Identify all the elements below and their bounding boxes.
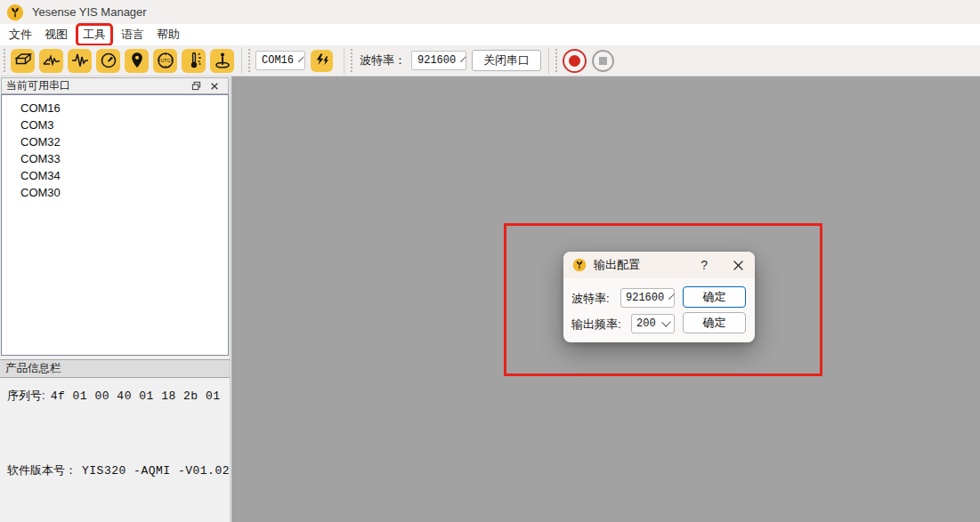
menu-language[interactable]: 语言 (121, 25, 144, 44)
list-item[interactable]: COM30 (2, 184, 228, 201)
software-version-label: 软件版本号： (7, 462, 77, 478)
baud-rate-label: 波特率： (360, 52, 406, 68)
toolbar-grip[interactable] (248, 49, 250, 72)
app-window: Yesense YIS Manager 文件 视图 工具 语言 帮助 (0, 0, 980, 522)
output-config-dialog: 输出配置 ? 波特率: 921600 确定 输出频率: 200 确定 (563, 252, 755, 342)
port-select-value: COM16 (262, 54, 294, 67)
toolbar-grip[interactable] (4, 49, 5, 72)
utc-clock-icon: UTC (155, 50, 176, 71)
chevron-down-icon (461, 56, 466, 61)
stop-icon (599, 57, 607, 65)
chevron-down-icon (298, 56, 304, 61)
list-item[interactable]: COM16 (2, 100, 228, 116)
float-panel-button[interactable] (191, 81, 201, 91)
window-title: Yesense YIS Manager (32, 5, 147, 19)
tool-gauge-button[interactable] (96, 49, 120, 73)
dialog-baud-ok-button[interactable]: 确定 (683, 286, 746, 308)
menu-view[interactable]: 视图 (45, 25, 68, 44)
toolbar-grip[interactable] (555, 49, 557, 72)
toolbar-separator (241, 47, 242, 74)
baud-rate-select[interactable]: 921600 (411, 51, 466, 70)
baud-rate-value: 921600 (417, 54, 456, 67)
product-info-header: 产品信息栏 (0, 359, 230, 378)
svg-text:UTC: UTC (160, 58, 170, 63)
dialog-freq-label: 输出频率: (571, 317, 621, 333)
tool-attitude-wave-button[interactable] (39, 49, 63, 73)
gauge-icon (98, 50, 119, 71)
list-item[interactable]: COM34 (2, 167, 228, 184)
dialog-baud-label: 波特率: (571, 291, 610, 307)
dialog-baud-select[interactable]: 921600 (620, 288, 675, 308)
dock-title: 当前可用串口 (2, 78, 191, 93)
serial-number-label: 序列号: (7, 388, 45, 404)
dialog-titlebar: 输出配置 ? (563, 252, 755, 278)
com-port-list[interactable]: COM16 COM3 COM32 COM33 COM34 COM30 (1, 94, 229, 356)
menu-tools[interactable]: 工具 (76, 23, 113, 46)
close-icon (210, 82, 219, 91)
double-lightning-icon (313, 52, 331, 69)
dialog-help-button[interactable]: ? (697, 258, 711, 272)
tool-level-button[interactable] (210, 49, 234, 73)
port-select[interactable]: COM16 (255, 51, 305, 70)
chevron-down-icon (669, 293, 675, 299)
yesense-logo-icon (572, 258, 587, 272)
toolbar-separator (548, 47, 549, 74)
dialog-freq-ok-button[interactable]: 确定 (683, 312, 746, 333)
record-icon (569, 55, 580, 67)
yesense-logo-icon (6, 4, 24, 21)
list-item[interactable]: COM33 (2, 150, 228, 167)
dialog-freq-select[interactable]: 200 (631, 314, 675, 333)
close-serial-port-button[interactable]: 关闭串口 (472, 50, 541, 71)
serial-number-value: 4f 01 00 40 01 18 2b 01 (51, 389, 221, 403)
float-window-icon (191, 81, 201, 91)
titlebar: Yesense YIS Manager (0, 0, 980, 24)
serial-number-line: 序列号: 4f 01 00 40 01 18 2b 01 (7, 388, 230, 404)
toolbar: UTC COM16 (0, 45, 980, 76)
toolbar-grip[interactable] (351, 49, 352, 72)
tool-thermometer-button[interactable] (182, 49, 206, 73)
toolbar-separator (344, 47, 344, 74)
close-icon (733, 260, 744, 271)
menubar: 文件 视图 工具 语言 帮助 (0, 24, 980, 45)
attitude-wave-icon (41, 50, 62, 71)
close-panel-button[interactable] (210, 82, 219, 91)
dialog-freq-value: 200 (636, 317, 656, 330)
record-button[interactable] (563, 49, 587, 73)
menu-help[interactable]: 帮助 (157, 25, 180, 44)
serial-port-dock: 当前可用串口 COM16 COM3 COM32 COM33 COM34 COM3… (0, 77, 231, 522)
software-version-line: 软件版本号： YIS320 -AQMI -V01.02.03; (7, 462, 230, 478)
tool-pulse-wave-button[interactable] (68, 49, 92, 73)
menu-file[interactable]: 文件 (9, 25, 32, 44)
cube-3d-icon (12, 50, 34, 71)
stop-button[interactable] (592, 50, 614, 72)
dialog-baud-value: 921600 (626, 292, 664, 304)
list-item[interactable]: COM3 (2, 116, 228, 133)
pulse-wave-icon (69, 50, 91, 71)
dock-header: 当前可用串口 (1, 77, 229, 94)
product-info-title: 产品信息栏 (0, 361, 61, 376)
dialog-close-button[interactable] (731, 260, 746, 271)
dialog-title: 输出配置 (594, 257, 697, 273)
tool-utc-clock-button[interactable]: UTC (153, 49, 177, 73)
thermometer-icon (183, 50, 205, 71)
tool-location-button[interactable] (125, 49, 149, 73)
chevron-down-icon (661, 317, 671, 327)
list-item[interactable]: COM32 (2, 133, 228, 150)
location-pin-icon (126, 50, 148, 71)
tool-3d-view-button[interactable] (11, 49, 35, 73)
level-pin-icon (212, 50, 233, 71)
refresh-ports-button[interactable] (311, 50, 333, 72)
